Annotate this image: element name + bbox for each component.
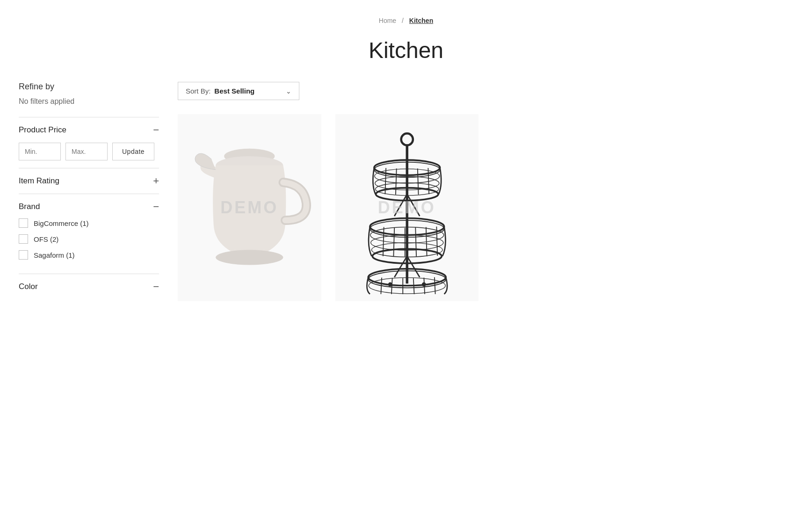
brand-item-ofs[interactable]: OFS (2) <box>19 234 159 244</box>
sort-bar: Sort By: Best Selling ⌄ <box>178 82 793 100</box>
filter-header-item-rating[interactable]: Item Rating + <box>19 176 159 186</box>
page-wrapper: Home / Kitchen Kitchen Refine by No filt… <box>0 0 812 311</box>
price-update-button[interactable]: Update <box>112 143 154 160</box>
sidebar: Refine by No filters applied Product Pri… <box>19 82 159 301</box>
filter-section-product-price: Product Price − Update <box>19 117 159 168</box>
breadcrumb-current: Kitchen <box>409 17 433 24</box>
filter-title-brand: Brand <box>19 202 40 211</box>
sort-value: Best Selling <box>214 87 282 95</box>
svg-line-19 <box>407 194 420 216</box>
no-filters-label: No filters applied <box>19 97 159 106</box>
svg-line-34 <box>407 256 420 277</box>
product-card-teapot[interactable]: DEMO <box>178 114 321 301</box>
filter-section-color[interactable]: Color − <box>19 274 159 299</box>
product-image-basket: DEMO <box>335 114 479 301</box>
product-grid: DEMO <box>178 114 793 301</box>
main-content: Sort By: Best Selling ⌄ <box>178 82 793 301</box>
svg-point-4 <box>216 250 283 265</box>
product-image-teapot: DEMO <box>178 114 321 301</box>
price-min-input[interactable] <box>19 143 61 160</box>
filter-header-product-price[interactable]: Product Price − <box>19 125 159 135</box>
page-title: Kitchen <box>19 37 793 63</box>
chevron-down-icon: ⌄ <box>286 87 291 95</box>
brand-checkbox-sagaform[interactable] <box>19 250 28 260</box>
brand-item-bigcommerce[interactable]: BigCommerce (1) <box>19 218 159 228</box>
svg-line-27 <box>415 227 416 256</box>
brand-label-bigcommerce: BigCommerce (1) <box>34 219 89 227</box>
svg-point-5 <box>401 133 413 145</box>
filter-icon-brand: − <box>153 202 159 212</box>
filter-title-product-price: Product Price <box>19 125 66 135</box>
refine-by-title: Refine by <box>19 82 159 92</box>
svg-line-24 <box>383 227 384 256</box>
breadcrumb-separator: / <box>402 17 404 24</box>
svg-line-25 <box>393 227 394 256</box>
svg-line-13 <box>417 168 418 195</box>
svg-point-45 <box>421 282 426 287</box>
svg-point-44 <box>388 282 392 287</box>
filter-section-item-rating: Item Rating + <box>19 168 159 194</box>
main-layout: Refine by No filters applied Product Pri… <box>19 82 793 301</box>
svg-line-18 <box>394 194 407 216</box>
sort-select[interactable]: Sort By: Best Selling ⌄ <box>178 82 299 100</box>
filter-title-color: Color <box>19 282 38 291</box>
sort-by-label: Sort By: <box>186 87 210 95</box>
price-inputs: Update <box>19 143 159 160</box>
brand-label-sagaform: Sagaform (1) <box>34 251 75 259</box>
brand-list: BigCommerce (1) OFS (2) Sagaform (1) <box>19 218 159 260</box>
brand-item-sagaform[interactable]: Sagaform (1) <box>19 250 159 260</box>
filter-title-item-rating: Item Rating <box>19 176 59 186</box>
filter-section-brand: Brand − BigCommerce (1) OFS (2) Sagaform… <box>19 194 159 274</box>
brand-label-ofs: OFS (2) <box>34 235 58 243</box>
breadcrumb: Home / Kitchen <box>19 9 793 28</box>
svg-line-38 <box>391 278 392 294</box>
filter-icon-item-rating: + <box>153 176 159 186</box>
svg-line-11 <box>395 168 396 195</box>
brand-checkbox-ofs[interactable] <box>19 234 28 244</box>
svg-line-33 <box>394 256 407 277</box>
breadcrumb-home[interactable]: Home <box>379 17 396 24</box>
filter-icon-product-price: − <box>153 125 159 135</box>
filter-icon-color: − <box>153 282 159 292</box>
brand-checkbox-bigcommerce[interactable] <box>19 218 28 228</box>
price-max-input[interactable] <box>65 143 108 160</box>
product-card-basket[interactable]: DEMO <box>335 114 479 301</box>
filter-header-brand[interactable]: Brand − <box>19 202 159 212</box>
svg-line-40 <box>413 278 414 294</box>
